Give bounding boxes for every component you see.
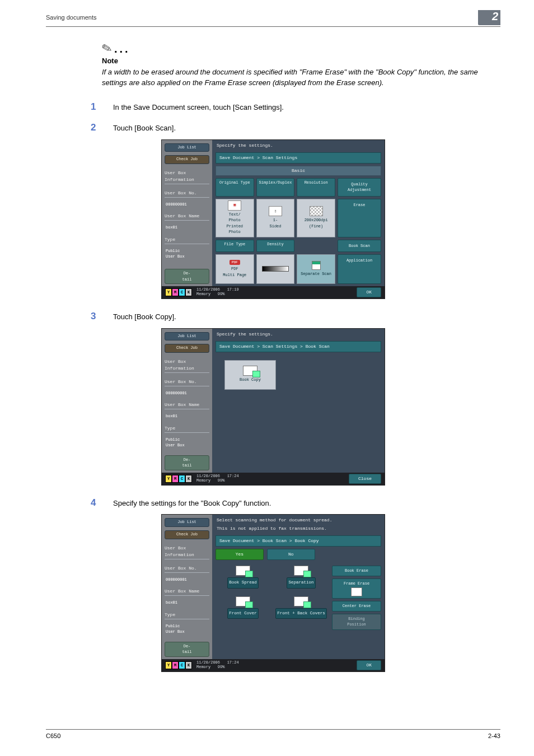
- book-copy-option[interactable]: Book Copy: [224, 360, 276, 390]
- foot-mem-value: 99%: [218, 292, 225, 296]
- separate-scan-icon: [312, 261, 321, 270]
- sidebar-userbox-no-label: User Box No.: [165, 379, 209, 386]
- job-list-tab[interactable]: Job List: [165, 143, 209, 152]
- book-scan-button[interactable]: Book Scan: [338, 240, 381, 253]
- toner-c-icon: C: [179, 475, 185, 483]
- col-density: Density: [256, 240, 295, 253]
- screenshot-mainpane: Select scanning method for document spre…: [212, 515, 385, 659]
- book-copy-icon: [243, 366, 257, 376]
- frame-erase-label: Frame Erase: [344, 581, 369, 586]
- front-back-covers-button[interactable]: Front + Back Covers: [275, 608, 327, 619]
- check-job-button[interactable]: Check Job: [165, 530, 209, 539]
- detail-button[interactable]: De- tail: [165, 642, 209, 657]
- page-footer-left: C650: [46, 731, 60, 741]
- simplex-caption: 1- Sided: [269, 217, 281, 229]
- density-icon: [262, 266, 288, 272]
- sidebar-userbox-no-value: 000000001: [165, 202, 209, 208]
- simplex-option[interactable]: ▯ 1- Sided: [256, 199, 295, 237]
- photo-icon: ▦: [228, 200, 241, 211]
- front-cover-icon: [236, 596, 250, 606]
- ellipsis-icon: ...: [114, 43, 130, 55]
- book-copy-label: Book Copy: [240, 377, 261, 383]
- panel-headline-2: This is not applied to fax transmissions…: [217, 525, 381, 532]
- toner-levels: Y M C K: [165, 288, 192, 296]
- step-text: Touch [Book Copy].: [113, 311, 176, 323]
- sidebar-userbox-name-label: User Box Name: [165, 402, 209, 409]
- sidebar-userbox-name-value: box01: [165, 600, 209, 606]
- check-job-button[interactable]: Check Job: [165, 344, 209, 353]
- sidebar-userbox-no-value: 000000001: [165, 390, 209, 396]
- sidebar-type-label: Type: [165, 612, 209, 619]
- screenshot-mainpane: Specify the settings. Save Document > Sc…: [212, 329, 385, 473]
- sidebar-userbox-name-label: User Box Name: [165, 588, 209, 596]
- book-spread-icon: [236, 566, 250, 576]
- page-footer-right: 2-43: [488, 731, 500, 741]
- toner-c-icon: C: [179, 661, 185, 669]
- sidebar-userbox-no-label: User Box No.: [165, 565, 209, 573]
- note-block: ✎... Note If a width to be erased around…: [102, 39, 500, 88]
- erase-button[interactable]: Erase: [338, 199, 381, 237]
- breadcrumb: Save Document > Scan Settings > Book Sca…: [216, 341, 381, 352]
- job-list-tab[interactable]: Job List: [165, 332, 209, 341]
- foot-mem-label: Memory: [196, 292, 210, 296]
- close-button[interactable]: Close: [349, 474, 381, 484]
- job-list-tab[interactable]: Job List: [165, 518, 209, 527]
- application-button[interactable]: Application: [338, 254, 381, 284]
- book-spread-button[interactable]: Book Spread: [227, 577, 259, 588]
- breadcrumb: Save Document > Book Scan > Book Copy: [216, 535, 381, 547]
- tab-basic[interactable]: Basic: [216, 166, 381, 176]
- no-button[interactable]: No: [267, 549, 315, 560]
- screenshot-book-scan: Job List Check Job User Box Information …: [161, 328, 385, 486]
- binding-position-button[interactable]: Binding Position: [332, 614, 381, 630]
- separate-scan-option[interactable]: Separate Scan: [297, 254, 335, 284]
- resolution-option[interactable]: 200x200dpi (Fine): [297, 199, 335, 237]
- sidebar-userbox-name-value: box01: [165, 413, 209, 419]
- original-type-option[interactable]: ▦ Text/ Photo Printed Photo: [216, 199, 254, 237]
- sidebar-userbox-name-label: User Box Name: [165, 213, 209, 221]
- screenshot-sidebar: Job List Check Job User Box Information …: [162, 329, 212, 473]
- toner-m-icon: M: [172, 288, 179, 296]
- screenshot-footer: Y M C K 11/20/2006 17:24 Memory 99% OK: [162, 659, 385, 671]
- ok-button[interactable]: OK: [357, 660, 381, 670]
- detail-button[interactable]: De- tail: [165, 269, 209, 284]
- breadcrumb: Save Document > Scan Settings: [216, 152, 381, 164]
- check-job-button[interactable]: Check Job: [165, 155, 209, 164]
- toner-levels: Y M C K: [165, 475, 192, 483]
- resolution-icon: [310, 206, 323, 216]
- panel-headline-1: Select scanning method for document spre…: [217, 517, 381, 524]
- screenshot-footer: Y M C K 11/20/2006 17:19 Memory 99% OK: [162, 286, 385, 298]
- separation-button[interactable]: Separation: [287, 577, 315, 588]
- screenshot-book-copy: Job List Check Job User Box Information …: [161, 514, 385, 671]
- file-type-caption: PDF Multi Page: [223, 266, 246, 278]
- sidebar-type-value: Public User Box: [165, 623, 209, 635]
- yes-button[interactable]: Yes: [216, 549, 264, 560]
- center-erase-button[interactable]: Center Erase: [332, 601, 381, 612]
- toner-levels: Y M C K: [165, 661, 192, 669]
- foot-mem-value: 99%: [218, 478, 225, 483]
- note-title: Note: [102, 55, 500, 67]
- toner-y-icon: Y: [165, 288, 172, 296]
- quality-adjustment-button[interactable]: Quality Adjustment: [338, 178, 381, 197]
- file-type-option[interactable]: PDF PDF Multi Page: [216, 254, 254, 284]
- front-cover-button[interactable]: Front Cover: [227, 608, 259, 619]
- toner-k-icon: K: [185, 661, 192, 669]
- density-option[interactable]: [256, 254, 295, 284]
- toner-y-icon: Y: [165, 475, 172, 483]
- sidebar-userbox-info-label: User Box Information: [165, 358, 209, 373]
- frame-erase-button[interactable]: Frame Erase: [332, 578, 381, 599]
- toner-c-icon: C: [179, 288, 185, 296]
- page-icon: ▯: [269, 206, 282, 216]
- screenshot-mainpane: Specify the settings. Save Document > Sc…: [212, 140, 385, 287]
- sidebar-type-value: Public User Box: [165, 437, 209, 449]
- toner-m-icon: M: [172, 475, 179, 483]
- screenshot-scan-settings: Job List Check Job User Box Information …: [161, 139, 385, 300]
- foot-time: 17:24: [227, 474, 239, 478]
- original-type-caption: Text/ Photo Printed Photo: [227, 212, 243, 235]
- ok-button[interactable]: OK: [357, 287, 381, 297]
- detail-button[interactable]: De- tail: [165, 455, 209, 470]
- separate-scan-caption: Separate Scan: [301, 271, 331, 277]
- step-text: In the Save Document screen, touch [Scan…: [113, 102, 284, 113]
- step-number: 1: [91, 100, 101, 114]
- header-rule: [46, 26, 500, 27]
- resolution-caption: 200x200dpi (Fine): [305, 217, 328, 229]
